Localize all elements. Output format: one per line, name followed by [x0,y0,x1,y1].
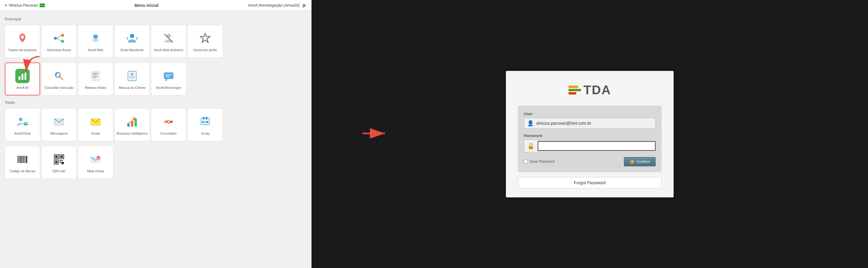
tile-desk-atendente[interactable]: Desk Atendente [115,25,150,58]
tile-label-scrap: Scrap [201,131,210,135]
svg-rect-33 [128,71,136,81]
tile-label-mala-direta: Mala Direta [87,169,104,173]
login-form: User 👤 Password 🔒 [518,106,662,172]
tile-anna-web-anonimo[interactable]: AnnA Web Anônimo [151,25,186,58]
svg-rect-22 [52,69,66,83]
svg-text:!: ! [131,73,132,76]
tile-label-encurtador: Encurtador [160,131,177,135]
password-icon-box: 🔒 [524,140,538,152]
user-label: User [524,111,656,116]
tile-icon-mala-direta [88,152,103,167]
logo-bars [568,86,581,95]
tile-mensageria[interactable]: Mensageria [41,108,77,141]
password-field: Password 🔒 [524,133,656,152]
tile-encurtador[interactable]: Encurtador [151,108,186,141]
right-arrow-indicator [360,126,390,142]
svg-rect-72 [25,156,26,163]
section-principal: Principal [5,17,307,21]
svg-rect-64 [202,121,205,123]
tile-anna-desk[interactable]: AnnA Desk [5,108,40,141]
svg-rect-29 [93,74,97,75]
tile-label-mensageria: Mensageria [50,131,67,135]
tile-qrcode[interactable]: QRCode [41,146,77,179]
tile-icon-desk-atendente [124,31,140,46]
svg-rect-84 [61,162,64,164]
tile-anna-bi[interactable]: AnnA BI [5,63,40,95]
user-info: ♥ Vinicius Pecorari [5,3,45,7]
tile-codigo-barras[interactable]: Código de Barras [5,146,40,179]
tile-gerenciar-fluxos[interactable]: Gerenciar fluxos [41,25,77,58]
brazil-flag-icon [39,4,45,7]
logo-text: TDA [584,83,611,97]
right-panel: TDA User 👤 Password 🔒 [311,0,868,268]
tile-label-gerenciar-fluxos: Gerenciar fluxos [47,48,71,52]
svg-rect-65 [206,121,208,123]
svg-rect-80 [55,161,58,163]
svg-rect-73 [26,156,27,163]
tile-label-codigo-barras: Código de Barras [9,169,35,173]
password-input[interactable] [538,141,656,151]
svg-rect-83 [60,162,61,163]
tile-anna-messenger[interactable]: AnnA Messenger [151,63,186,95]
svg-rect-70 [22,156,23,163]
save-password-label[interactable]: Save Password [530,160,554,164]
logo-bar-orange [568,86,578,88]
tile-label-anna-desk: AnnA Desk [14,131,31,135]
svg-point-1 [21,35,24,39]
tile-scrap[interactable]: Scrap [187,108,223,141]
svg-point-3 [54,37,57,40]
tile-icon-consultar-execucao [51,68,67,84]
tile-label-consultar-execucao: Consultar execução [44,86,73,90]
tile-manual-cliente[interactable]: ! Manual do Cliente [115,63,150,95]
svg-rect-31 [93,77,96,78]
user-input[interactable] [536,121,652,126]
svg-point-59 [170,121,173,123]
svg-rect-11 [93,41,98,42]
tile-gerenciar-perfis[interactable]: Gerenciar perfis [187,25,223,58]
password-input-row: 🔒 [524,140,656,152]
tile-business-intelligence[interactable]: Business Intelligence [115,108,150,141]
tile-consultar-execucao[interactable]: Consultar execução [41,63,77,95]
section-tools: Tools [5,100,307,105]
tile-label-anna-web: AnnA Web [88,48,103,52]
tile-dados-empresa[interactable]: Dados da empresa [5,25,40,58]
tile-label-anna-messenger: AnnA Messenger [156,86,181,90]
tile-label-anna-web-anonimo: AnnA Web Anônimo [154,48,183,52]
svg-rect-21 [25,73,26,80]
tile-icon-dados-empresa [15,31,30,46]
svg-rect-76 [55,156,58,158]
tile-icon-qrcode [51,152,67,167]
tile-email[interactable]: Email [78,108,113,141]
svg-rect-45 [24,122,28,125]
svg-rect-28 [93,73,98,74]
svg-rect-36 [129,76,135,77]
svg-rect-68 [19,156,20,163]
svg-rect-37 [130,78,134,78]
tile-release-notes[interactable]: Release Notes [78,63,113,95]
forgot-password-button[interactable]: Forgot Password [518,177,662,189]
svg-rect-82 [61,160,63,161]
tile-mala-direta[interactable]: Mala Direta [78,146,113,179]
tile-label-manual-cliente: Manual do Cliente [119,86,146,90]
environment-label: AnnA Homologação (Anna20) 🔊 [248,3,307,7]
confirm-icon: 🔐 [629,160,634,164]
tile-icon-mensageria [51,114,67,130]
svg-rect-62 [203,117,205,119]
svg-rect-39 [164,72,174,79]
tile-label-business-intelligence: Business Intelligence [117,131,147,135]
tile-icon-anna-messenger [161,68,177,84]
svg-rect-67 [18,156,19,163]
logo-bar-red [568,92,576,95]
tile-label-desk-atendente: Desk Atendente [120,48,144,52]
tda-logo: TDA [518,83,662,97]
svg-rect-71 [23,156,24,163]
form-actions: Save Password 🔐 Confirm [524,157,656,166]
svg-point-13 [130,34,134,38]
tile-icon-gerenciar-perfis [197,31,213,46]
save-password-checkbox[interactable] [524,160,528,164]
svg-point-5 [61,40,64,43]
confirm-button[interactable]: 🔐 Confirm [624,157,656,166]
tile-icon-anna-web [88,31,103,46]
tile-anna-web[interactable]: AnnA Web [78,25,113,58]
tile-label-anna-bi: AnnA BI [17,86,28,90]
